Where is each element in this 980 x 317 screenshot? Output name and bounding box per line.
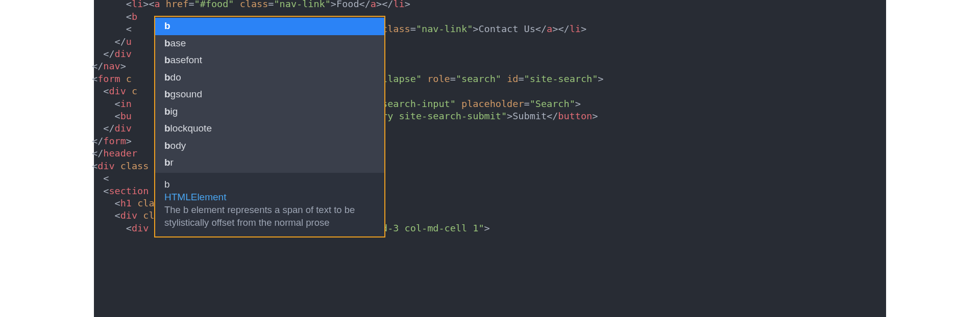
code-line[interactable]: <li><a href="#food" class="nav-link">Foo… xyxy=(92,0,603,11)
autocomplete-list: bbasebasefontbdobgsoundbigblockquotebody… xyxy=(155,17,384,173)
autocomplete-item[interactable]: big xyxy=(155,103,384,121)
autocomplete-item[interactable]: bgsound xyxy=(155,86,384,103)
frame-right xyxy=(886,0,980,317)
autocomplete-item[interactable]: b xyxy=(155,18,384,35)
autocomplete-item[interactable]: body xyxy=(155,138,384,155)
frame-left xyxy=(0,0,94,317)
autocomplete-item[interactable]: blockquote xyxy=(155,120,384,138)
autocomplete-item[interactable]: base xyxy=(155,35,384,52)
autocomplete-item[interactable]: bdo xyxy=(155,69,384,87)
doc-symbol-name: b xyxy=(164,178,375,191)
doc-description: The b element represents a span of text … xyxy=(164,204,375,229)
autocomplete-popup: bbasebasefontbdobgsoundbigblockquotebody… xyxy=(154,16,385,237)
doc-symbol-type: HTMLElement xyxy=(164,191,375,204)
autocomplete-doc: b HTMLElement The b element represents a… xyxy=(155,173,384,236)
autocomplete-item[interactable]: br xyxy=(155,154,384,172)
autocomplete-item[interactable]: basefont xyxy=(155,52,384,69)
